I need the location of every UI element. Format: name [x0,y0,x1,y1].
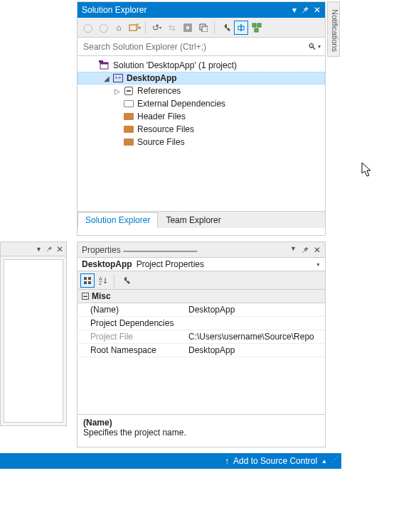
back-icon[interactable]: ◯ [80,21,95,35]
dropdown-icon[interactable]: ▾ [292,5,297,15]
forward-icon[interactable]: ◯ [96,21,110,35]
class-view-icon[interactable] [250,21,264,35]
sync-icon[interactable]: ⇆ [165,21,179,35]
view-switch-icon[interactable]: ▾ [127,21,142,35]
prop-desc-text: Specifies the project name. [83,428,319,438]
resize-grip-icon[interactable]: ⋰ [331,457,338,462]
prop-key: Root Namespace [78,344,184,357]
show-all-icon[interactable] [196,21,210,35]
pin-icon[interactable]: 📌︎ [301,245,309,255]
svg-rect-7 [252,23,256,27]
svg-rect-2 [186,26,190,30]
prop-desc-name: (Name) [83,418,319,428]
prop-category-misc[interactable]: − Misc [78,290,325,303]
properties-panel: Properties ▪▪▪▪▪▪▪▪▪▪▪▪▪▪▪▪▪▪▪▪▪▪▪▪▪▪▪▪▪… [77,241,326,447]
solution-explorer-panel: Solution Explorer ▾ 📌︎ ✕ ◯ ◯ ⌂ ▾ ↺▾ ⇆ [77,1,326,236]
collapse-box-icon[interactable]: − [82,293,89,300]
dropdown-icon[interactable]: ▼ [36,246,42,253]
solution-tree: Solution 'DesktopApp' (1 project) ◢ ++ D… [78,56,325,211]
close-icon[interactable]: ✕ [314,245,321,255]
prop-object-name: DesktopApp [82,259,132,269]
solution-label: Solution 'DesktopApp' (1 project) [112,60,237,70]
resource-files-node[interactable]: Resource Files [78,123,325,136]
properties-description: (Name) Specifies the project name. [78,414,325,447]
dropdown-icon[interactable]: ▼ [290,245,297,255]
svg-rect-0 [129,25,137,31]
home-icon[interactable]: ⌂ [112,21,126,35]
properties-icon[interactable] [218,21,233,35]
prop-object-type: Project Properties [137,259,204,269]
tab-solution-explorer[interactable]: Solution Explorer [78,212,158,228]
tab-team-explorer[interactable]: Team Explorer [158,212,228,228]
chevron-down-icon[interactable]: ▼ [316,262,321,267]
svg-rect-16 [88,281,91,284]
project-icon: ++ [112,72,124,84]
svg-rect-8 [257,23,261,27]
prop-value: C:\Users\username\Source\Repo [184,330,325,343]
references-label: References [136,86,181,96]
svg-rect-14 [88,277,91,280]
solution-explorer-titlebar: Solution Explorer ▾ 📌︎ ✕ [78,2,325,18]
properties-object-selector[interactable]: DesktopApp Project Properties ▼ [78,258,325,271]
svg-rect-13 [84,277,87,280]
solution-explorer-search[interactable]: 🔍︎ ▾ [78,38,325,56]
references-node[interactable]: ▷ References [78,85,325,97]
mouse-cursor-icon [361,162,373,178]
search-input[interactable] [82,41,308,53]
solution-explorer-title: Solution Explorer [82,5,292,15]
svg-text:Z: Z [99,281,102,286]
close-icon[interactable]: ✕ [56,244,63,254]
add-source-control-button[interactable]: Add to Source Control [233,456,317,466]
history-icon[interactable]: ↺▾ [149,21,164,35]
header-files-label: Header Files [136,112,186,121]
chevron-up-icon[interactable]: ▲ [321,458,327,465]
prop-key: Project File [78,330,184,343]
resource-files-label: Resource Files [136,124,194,134]
header-files-node[interactable]: Header Files [78,110,325,123]
expand-arrow-icon[interactable]: ▷ [113,87,122,95]
docked-panel-stub: ▼ 📌︎ ✕ [0,241,67,426]
prop-row-namespace[interactable]: Root Namespace DesktopApp [78,344,325,357]
search-icon[interactable]: 🔍︎ [308,42,316,52]
prop-value[interactable] [184,317,325,330]
pin-icon[interactable]: 📌︎ [46,245,53,253]
source-files-node[interactable]: Source Files [78,136,325,148]
collapse-arrow-icon[interactable]: ◢ [102,75,111,82]
properties-titlebar: Properties ▪▪▪▪▪▪▪▪▪▪▪▪▪▪▪▪▪▪▪▪▪▪▪▪▪▪▪▪▪… [78,242,325,258]
svg-rect-11 [100,63,108,65]
solution-explorer-toolbar: ◯ ◯ ⌂ ▾ ↺▾ ⇆ [78,18,325,38]
collapse-icon[interactable] [181,21,195,35]
folder-icon [123,124,134,135]
external-deps-label: External Dependencies [136,99,225,109]
source-files-label: Source Files [136,137,185,147]
property-pages-icon[interactable] [118,273,132,288]
external-deps-node[interactable]: External Dependencies [78,97,325,110]
solution-node[interactable]: Solution 'DesktopApp' (1 project) [78,59,325,72]
properties-toolbar: AZ [78,271,325,290]
notifications-tab[interactable]: Notifications [327,1,340,57]
project-node[interactable]: ◢ ++ DesktopApp [78,72,325,85]
svg-rect-9 [255,28,258,32]
categorized-icon[interactable] [80,273,95,288]
prop-key: (Name) [78,303,184,316]
prop-row-file[interactable]: Project File C:\Users\username\Source\Re… [78,330,325,344]
solution-explorer-tabs: Solution Explorer Team Explorer [78,211,325,228]
svg-rect-12 [99,60,103,63]
prop-row-deps[interactable]: Project Dependencies [78,317,325,330]
prop-key: Project Dependencies [78,317,184,330]
search-dropdown-icon[interactable]: ▾ [318,43,321,50]
references-icon [123,85,134,97]
prop-value[interactable]: DesktopApp [184,344,325,357]
close-icon[interactable]: ✕ [314,5,321,15]
publish-up-icon[interactable]: ↑ [225,456,229,466]
status-bar: ↑ Add to Source Control ▲ [0,453,341,469]
alphabetical-icon[interactable]: AZ [96,273,110,288]
prop-value[interactable]: DesktopApp [184,303,325,316]
svg-rect-4 [202,26,208,32]
prop-row-name[interactable]: (Name) DesktopApp [78,303,325,317]
project-label: DesktopApp [125,73,177,83]
folder-icon [123,136,134,148]
properties-grid: − Misc (Name) DesktopApp Project Depende… [78,290,325,357]
pin-icon[interactable]: 📌︎ [301,5,309,15]
preview-icon[interactable] [234,21,248,35]
